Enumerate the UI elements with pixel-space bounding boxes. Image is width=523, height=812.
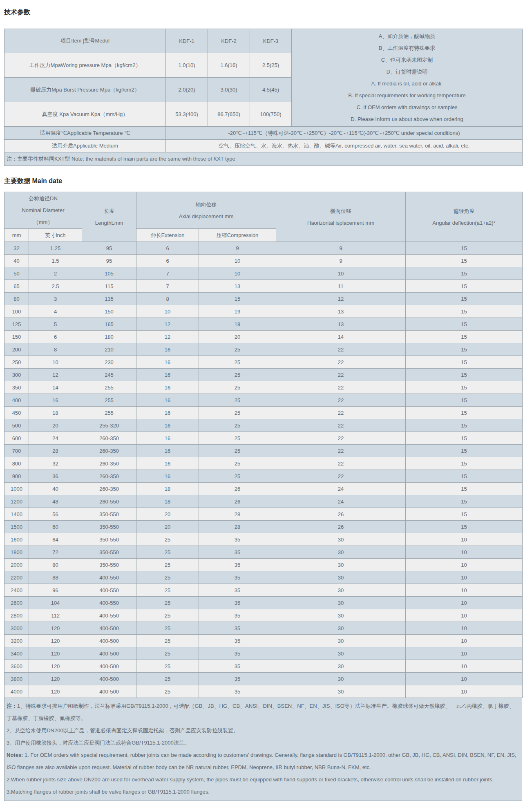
cell: 15 [406, 255, 523, 267]
cell: 25 [136, 546, 199, 559]
section-title-tech-params: 技术参数 [4, 8, 522, 16]
cell: 135 [82, 293, 136, 305]
table-row: 220088400-55025353010 [4, 571, 523, 584]
cell: 22 [276, 407, 406, 419]
note-line-zh-3: 3、用户使用橡胶接头，对应法兰应是阀门法兰或符合GB/T9115.1-2000法… [7, 737, 518, 749]
cell: 255-320 [82, 419, 136, 432]
cell: 25 [199, 419, 276, 432]
cell: 15 [406, 318, 523, 331]
cell: 14 [276, 331, 406, 343]
cell: 35 [199, 609, 276, 622]
subheader-mm: mm [4, 229, 29, 242]
side-note-line: C、也可来函来图定制 [293, 54, 521, 66]
cell: 150 [82, 305, 136, 318]
side-note-line: B. If special requirements for working t… [293, 89, 521, 101]
cell: 2 [29, 267, 82, 280]
main-table-body: 321.259569915401.59561091550210571010156… [4, 242, 523, 698]
cell: 115 [82, 280, 136, 293]
cell: 25 [199, 445, 276, 457]
cell: 13 [276, 318, 406, 331]
cell: 1500 [4, 521, 29, 533]
cell: 10 [406, 660, 523, 673]
cell: 20 [199, 331, 276, 343]
table-row: 2800112400-55025353010 [4, 609, 523, 622]
cell: 120 [29, 685, 82, 698]
cell: 350-550 [82, 521, 136, 533]
cell: 22 [276, 470, 406, 483]
cell: 35 [199, 597, 276, 609]
cell: 16 [136, 394, 199, 407]
cell: 2400 [4, 584, 29, 597]
cell: 120 [29, 673, 82, 685]
cell: 15 [406, 457, 523, 470]
cell: 165 [82, 318, 136, 331]
cell: 200 [4, 343, 29, 356]
header-axial-displacement: 轴向位移 Axial displacement mm [136, 192, 276, 229]
cell: 100 [4, 305, 29, 318]
cell: 25 [199, 356, 276, 369]
cell: 40 [29, 483, 82, 495]
cell: 15 [406, 407, 523, 419]
cell: 400-550 [82, 597, 136, 609]
cell: 96 [29, 584, 82, 597]
cell: 15 [406, 369, 523, 381]
cell: 125 [4, 318, 29, 331]
cell: 350 [4, 381, 29, 394]
cell: 26 [199, 483, 276, 495]
cell: 10 [276, 267, 406, 280]
cell: 10 [406, 597, 523, 609]
note-line-en-3: 3.Matching flanges of rubber joints shal… [7, 786, 518, 798]
cell: 15 [406, 343, 523, 356]
table-row: 120048260-55018262415 [4, 495, 523, 508]
cell: 120 [29, 635, 82, 647]
cell: 16 [29, 394, 82, 407]
cell: 28 [199, 508, 276, 521]
note-line-en-1: Notes: 1. For OEM orders with special re… [7, 749, 518, 774]
cell: 2000 [4, 559, 29, 571]
param-label-vacuum: 真空度 Kpa Vacuum Kpa（mm/Hg） [4, 102, 166, 127]
cell: 16 [136, 407, 199, 419]
cell: 60 [29, 521, 82, 533]
table-row: 4001625516252215 [4, 394, 523, 407]
cell: 28 [29, 445, 82, 457]
cell: 350-550 [82, 546, 136, 559]
table-row: 3400120400-50025353010 [4, 647, 523, 660]
main-data-table: 公称通径DN Nominal Diameter （mm） 长度 LengthLm… [4, 192, 523, 698]
cell: 35 [199, 584, 276, 597]
cell: 6 [136, 255, 199, 267]
page: 技术参数 项目Item |型号Medol KDF-1 KDF-2 KDF-3 A… [0, 0, 523, 803]
table-row: 80032260-35016252215 [4, 457, 523, 470]
cell: 260-350 [82, 432, 136, 445]
cell: 10 [136, 305, 199, 318]
cell: 35 [199, 660, 276, 673]
cell: 16 [136, 470, 199, 483]
cell: 15 [406, 432, 523, 445]
table-row: 100040260-35018262415 [4, 483, 523, 495]
note-zh-prefix: 注： [7, 703, 17, 709]
param-value: 4.5(45) [250, 78, 292, 102]
cell: 25 [199, 369, 276, 381]
cell: 35 [199, 571, 276, 584]
cell: 120 [29, 647, 82, 660]
cell: 15 [406, 495, 523, 508]
cell: 19 [199, 318, 276, 331]
cell: 15 [406, 242, 523, 255]
table-row: 3800120400-50025353010 [4, 673, 523, 685]
cell: 25 [199, 470, 276, 483]
cell: 600 [4, 432, 29, 445]
cell: 700 [4, 445, 29, 457]
cell: 25 [199, 343, 276, 356]
cell: 10 [406, 533, 523, 546]
cell: 24 [29, 432, 82, 445]
cell: 16 [136, 369, 199, 381]
cell: 25 [199, 457, 276, 470]
cell: 25 [199, 394, 276, 407]
table-row: 3000120400-50025353010 [4, 622, 523, 635]
cell: 4 [29, 305, 82, 318]
cell: 210 [82, 343, 136, 356]
cell: 22 [276, 394, 406, 407]
cell: 255 [82, 407, 136, 419]
note-line-zh-1: 注：1、特殊要求可按用户图纸制作，法兰标准采用GB/T9115.1-2000，可… [7, 700, 518, 725]
cell: 35 [199, 622, 276, 635]
cell: 40 [4, 255, 29, 267]
